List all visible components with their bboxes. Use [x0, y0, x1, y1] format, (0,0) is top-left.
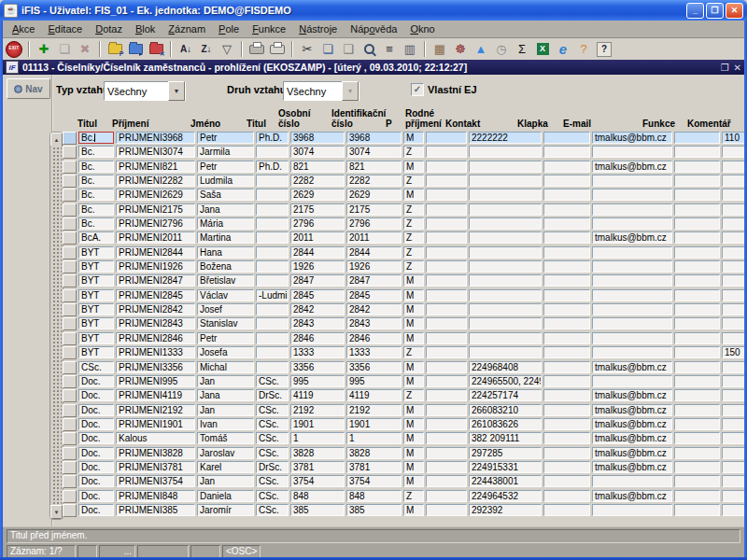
cell-funkce-r26[interactable]	[674, 490, 720, 502]
cell-jméno-r21[interactable]: Ivan	[197, 418, 254, 430]
cell-rodné-příjmení-r7[interactable]	[426, 217, 467, 230]
cell-komentář-r26[interactable]	[722, 490, 747, 502]
maximize-button[interactable]: ❐	[706, 3, 724, 19]
print-preview-icon[interactable]	[267, 40, 288, 58]
cell-titul-r17[interactable]: CSc.	[78, 361, 114, 373]
cell-titul-r8[interactable]: BcA.	[78, 231, 114, 244]
cell-titul-r3[interactable]: Bc.	[78, 161, 114, 173]
cell-e-mail-r23[interactable]: tmalkus@bbm.cz	[592, 447, 672, 459]
cell-komentář-r16[interactable]: 150	[722, 346, 747, 358]
cell-p-r24[interactable]: M	[403, 461, 424, 473]
combo-arrow-icon[interactable]: ▼	[168, 81, 185, 101]
record-selector[interactable]	[63, 361, 77, 374]
cell-e-mail-r19[interactable]: tmalkus@bbm.cz	[592, 389, 672, 401]
cell-rodné-příjmení-r27[interactable]	[426, 504, 467, 516]
record-selector[interactable]	[63, 461, 77, 474]
cell-titul-r10[interactable]: BYT	[78, 260, 114, 273]
cell-rodné-příjmení-r25[interactable]	[426, 475, 467, 487]
cell-kontakt-r18[interactable]: 224965500, 224965	[469, 375, 542, 387]
cell-rodné-příjmení-r17[interactable]	[426, 361, 467, 373]
minimize-button[interactable]: _	[686, 3, 704, 19]
cell-identifikační-číslo-r21[interactable]: 1901	[346, 418, 402, 430]
record-selector[interactable]	[63, 289, 77, 302]
cell-funkce-r17[interactable]	[674, 361, 720, 373]
cell-identifikační-číslo-r26[interactable]: 848	[346, 490, 402, 502]
record-selector[interactable]	[63, 132, 77, 145]
cell-příjmení-r8[interactable]: PRIJMENI2011	[116, 231, 195, 244]
menu-item-pole[interactable]: Pole	[212, 22, 246, 35]
cell-příjmení-r21[interactable]: PRIJMENI1901	[116, 418, 195, 430]
cell-e-mail-r25[interactable]	[592, 475, 672, 487]
cell-komentář-r6[interactable]	[722, 203, 747, 216]
cell-jméno-r16[interactable]: Josefa	[197, 346, 254, 358]
cell-titul-r11[interactable]: BYT	[78, 274, 114, 287]
execute-query-icon[interactable]: ►	[125, 40, 146, 58]
record-selector[interactable]	[63, 203, 77, 217]
cell-kontakt-r13[interactable]	[469, 303, 542, 315]
cell-p-r3[interactable]: M	[403, 161, 424, 173]
cell-titul-r4[interactable]	[256, 175, 289, 187]
cell-titul-r16[interactable]	[256, 346, 289, 358]
cell-titul-r7[interactable]	[256, 217, 289, 230]
cell-komentář-r15[interactable]	[722, 332, 747, 344]
cell-příjmení-r22[interactable]: Kalous	[116, 432, 195, 444]
cell-osobní-číslo-r17[interactable]: 3356	[290, 361, 345, 373]
record-selector[interactable]	[63, 389, 77, 402]
cell-identifikační-číslo-r22[interactable]: 1	[346, 432, 402, 444]
cell-klapka-r19[interactable]	[543, 389, 590, 401]
sort-desc-icon[interactable]: Z↓	[196, 40, 217, 58]
cell-jméno-r15[interactable]: Petr	[197, 332, 254, 344]
cell-titul-r27[interactable]: CSc.	[256, 504, 289, 516]
cell-titul-r21[interactable]: CSc.	[256, 418, 289, 430]
cell-komentář-r18[interactable]	[722, 375, 747, 387]
cell-titul-r3[interactable]: Ph.D.	[256, 161, 289, 173]
cell-jméno-r24[interactable]: Karel	[197, 461, 254, 473]
cell-komentář-r7[interactable]	[722, 217, 747, 230]
cell-klapka-r8[interactable]	[543, 231, 590, 244]
cell-rodné-příjmení-r2[interactable]	[426, 146, 467, 158]
cell-osobní-číslo-r27[interactable]: 385	[290, 504, 345, 516]
cell-titul-r7[interactable]: Bc.	[78, 217, 114, 230]
cell-komentář-r5[interactable]	[722, 189, 747, 201]
record-selector[interactable]	[63, 217, 77, 231]
cell-příjmení-r14[interactable]: PRIJMENI2843	[116, 317, 195, 329]
cell-titul-r17[interactable]	[256, 361, 289, 373]
cell-příjmení-r5[interactable]: PRIJMENI2629	[116, 189, 195, 201]
cell-e-mail-r2[interactable]	[592, 146, 672, 158]
cell-titul-r18[interactable]: Doc.	[78, 375, 114, 387]
cell-klapka-r17[interactable]	[543, 361, 590, 373]
cell-komentář-r17[interactable]	[722, 361, 747, 373]
exit-icon[interactable]: EXIT	[4, 40, 24, 58]
cell-osobní-číslo-r20[interactable]: 2192	[290, 404, 345, 416]
cell-titul-r19[interactable]: DrSc.	[256, 389, 289, 401]
menu-item-okno[interactable]: Okno	[403, 22, 441, 35]
cell-příjmení-r12[interactable]: PRIJMENI2845	[116, 289, 195, 301]
record-selector[interactable]	[63, 404, 77, 417]
cell-identifikační-číslo-r24[interactable]: 3781	[346, 461, 402, 473]
record-selector[interactable]	[63, 490, 77, 503]
record-selector[interactable]	[63, 432, 77, 445]
cell-e-mail-r3[interactable]: tmalkus@bbm.cz	[592, 161, 672, 173]
cell-komentář-r13[interactable]	[722, 303, 747, 315]
cell-rodné-příjmení-r8[interactable]	[426, 231, 467, 244]
cell-p-r23[interactable]: M	[403, 447, 424, 459]
cell-kontakt-r6[interactable]	[469, 203, 542, 216]
cell-kontakt-r20[interactable]: 266083210	[469, 404, 542, 416]
cut-icon[interactable]: ✂	[297, 40, 317, 58]
druh-vztahu-combobox[interactable]: Všechny ▼	[283, 81, 359, 101]
cell-klapka-r4[interactable]	[543, 175, 590, 187]
cell-p-r6[interactable]: Z	[403, 203, 424, 216]
cell-rodné-příjmení-r26[interactable]	[426, 490, 467, 502]
cell-klapka-r2[interactable]	[543, 146, 590, 158]
cell-rodné-příjmení-r10[interactable]	[426, 260, 467, 273]
cell-rodné-příjmení-r22[interactable]	[426, 432, 467, 444]
cell-identifikační-číslo-r3[interactable]: 821	[346, 161, 402, 173]
cell-titul-r11[interactable]	[256, 274, 289, 287]
cell-rodné-příjmení-r18[interactable]	[426, 375, 467, 387]
cell-titul-r1[interactable]: Bc.	[78, 132, 114, 144]
record-scrollbar[interactable]: ▲ ▼	[49, 132, 63, 520]
cell-e-mail-r15[interactable]	[592, 332, 672, 344]
cell-jméno-r18[interactable]: Jan	[197, 375, 254, 387]
cell-příjmení-r15[interactable]: PRIJMENI2846	[116, 332, 195, 344]
cell-p-r20[interactable]: M	[403, 404, 424, 416]
